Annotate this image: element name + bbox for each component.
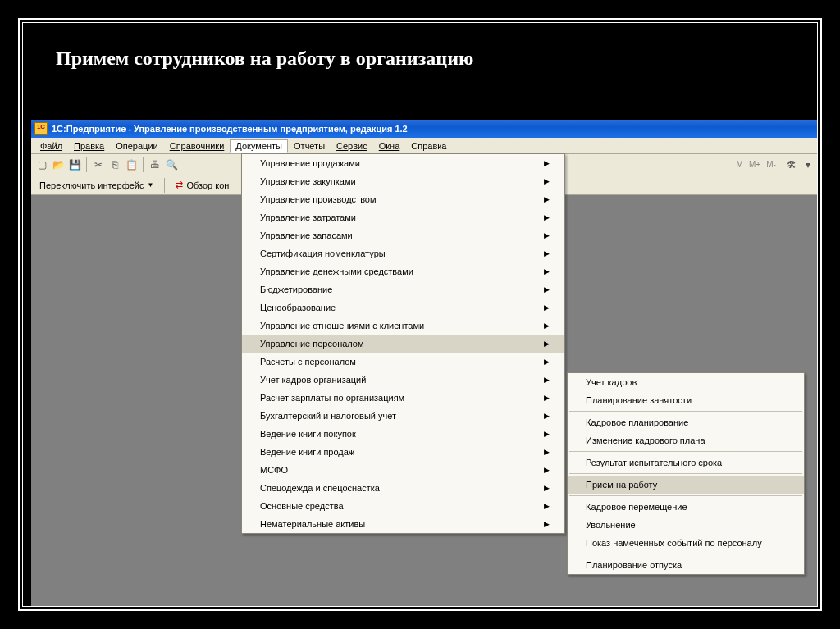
- submenu-item-label: Планирование отпуска: [586, 560, 682, 570]
- menu-reports[interactable]: Отчеты: [288, 139, 331, 153]
- menu-separator: [569, 411, 802, 412]
- overview-label: Обзор кон: [186, 180, 229, 190]
- submenu-arrow-icon: ▶: [544, 448, 550, 456]
- submenu-arrow-icon: ▶: [544, 502, 550, 510]
- menu-windows[interactable]: Окна: [373, 139, 406, 153]
- documents-menu-item[interactable]: Спецодежда и спецоснастка▶: [242, 479, 564, 497]
- personnel-submenu-item[interactable]: Увольнение: [568, 516, 804, 534]
- documents-menu-item[interactable]: Управление затратами▶: [242, 208, 564, 226]
- menu-item-label: Управление отношениями с клиентами: [260, 321, 424, 330]
- menu-item-label: Ценообразование: [260, 303, 336, 312]
- menu-item-label: Управление затратами: [260, 212, 356, 222]
- menu-item-label: Расчет зарплаты по организациям: [260, 393, 404, 403]
- menu-item-label: Нематериальные активы: [260, 519, 365, 529]
- personnel-submenu-item[interactable]: Планирование занятости: [568, 391, 804, 409]
- personnel-submenu-item[interactable]: Кадровое перемещение: [568, 498, 804, 516]
- paste-icon[interactable]: 📋: [124, 157, 139, 172]
- menu-help[interactable]: Справка: [405, 139, 452, 153]
- slide-frame-outer: Примем сотрудников на работу в организац…: [18, 18, 822, 611]
- submenu-arrow-icon: ▶: [544, 177, 550, 185]
- submenu-arrow-icon: ▶: [544, 466, 550, 474]
- documents-menu-item[interactable]: МСФО▶: [242, 461, 564, 479]
- personnel-submenu-item[interactable]: Учет кадров: [568, 373, 804, 391]
- menu-item-label: Управление продажами: [260, 158, 360, 168]
- personnel-submenu-item[interactable]: Результат испытательного срока: [568, 454, 804, 472]
- menu-documents[interactable]: Документы: [230, 139, 288, 153]
- submenu-arrow-icon: ▶: [544, 412, 550, 420]
- documents-menu-item[interactable]: Бюджетирование▶: [242, 280, 564, 299]
- submenu-arrow-icon: ▶: [544, 376, 550, 384]
- preview-icon[interactable]: 🔍: [164, 157, 179, 172]
- personnel-submenu-item[interactable]: Показ намеченных событий по персоналу: [568, 534, 804, 552]
- menu-catalogs[interactable]: Справочники: [164, 139, 231, 153]
- documents-menu-item[interactable]: Управление персоналом▶: [242, 335, 564, 353]
- cut-icon[interactable]: ✂: [91, 157, 106, 172]
- submenu-arrow-icon: ▶: [544, 430, 550, 438]
- documents-menu-item[interactable]: Ценообразование▶: [242, 299, 564, 317]
- print-icon[interactable]: 🖶: [148, 157, 162, 172]
- menu-operations[interactable]: Операции: [110, 139, 163, 153]
- documents-menu-item[interactable]: Бухгалтерский и налоговый учет▶: [242, 407, 564, 425]
- submenu-item-label: Показ намеченных событий по персоналу: [586, 538, 762, 548]
- menu-service[interactable]: Сервис: [331, 139, 373, 153]
- menu-item-label: Расчеты с персоналом: [260, 357, 356, 367]
- documents-menu-item[interactable]: Учет кадров организаций▶: [242, 371, 564, 389]
- personnel-submenu-item[interactable]: Изменение кадрового плана: [568, 431, 804, 449]
- overview-button[interactable]: ⇄ Обзор кон: [171, 178, 234, 192]
- overview-icon: ⇄: [176, 180, 183, 190]
- submenu-arrow-icon: ▶: [544, 394, 550, 402]
- submenu-item-label: Увольнение: [586, 520, 636, 530]
- m-plus-button[interactable]: M+: [749, 160, 760, 169]
- menu-item-label: Ведение книги продаж: [260, 447, 354, 457]
- m-minus-button[interactable]: M-: [766, 160, 776, 169]
- m-button[interactable]: M: [737, 160, 743, 169]
- menu-separator: [569, 473, 802, 474]
- documents-menu-item[interactable]: Сертификация номенклатуры▶: [242, 244, 564, 262]
- copy-icon[interactable]: ⎘: [107, 157, 122, 172]
- menu-item-label: Управление производством: [260, 194, 377, 204]
- documents-menu-item[interactable]: Управление производством▶: [242, 190, 564, 208]
- documents-menu-item[interactable]: Управление отношениями с клиентами▶: [242, 317, 564, 335]
- menu-item-label: Сертификация номенклатуры: [260, 248, 386, 258]
- documents-menu-item[interactable]: Нематериальные активы▶: [242, 515, 564, 533]
- menu-file[interactable]: Файл: [34, 139, 68, 153]
- personnel-submenu-item[interactable]: Кадровое планирование: [568, 413, 804, 431]
- menu-item-label: Управление денежными средствами: [260, 267, 413, 276]
- personnel-submenu: Учет кадровПланирование занятостиКадрово…: [567, 372, 805, 575]
- documents-menu-item[interactable]: Управление продажами▶: [242, 154, 564, 172]
- submenu-arrow-icon: ▶: [544, 303, 550, 312]
- submenu-arrow-icon: ▶: [544, 159, 550, 167]
- documents-menu-item[interactable]: Ведение книги продаж▶: [242, 443, 564, 461]
- slide-frame-inner: Примем сотрудников на работу в организац…: [22, 22, 818, 607]
- save-icon[interactable]: 💾: [67, 157, 82, 172]
- documents-menu-item[interactable]: Расчеты с персоналом▶: [242, 353, 564, 371]
- personnel-submenu-item[interactable]: Планирование отпуска: [568, 556, 804, 574]
- tools-icon[interactable]: 🛠: [784, 157, 799, 172]
- documents-menu-item[interactable]: Расчет зарплаты по организациям▶: [242, 389, 564, 407]
- documents-menu-item[interactable]: Управление закупками▶: [242, 172, 564, 190]
- submenu-arrow-icon: ▶: [544, 358, 550, 366]
- new-icon[interactable]: ▢: [34, 157, 49, 172]
- separator: [164, 178, 165, 193]
- documents-menu-item[interactable]: Управление денежными средствами▶: [242, 262, 564, 280]
- submenu-arrow-icon: ▶: [544, 231, 550, 239]
- menu-item-label: Учет кадров организаций: [260, 375, 366, 385]
- submenu-item-label: Кадровое перемещение: [586, 502, 687, 512]
- dropdown-icon[interactable]: ▾: [801, 157, 815, 172]
- documents-menu-item[interactable]: Ведение книги покупок▶: [242, 425, 564, 443]
- documents-menu-item[interactable]: Основные средства▶: [242, 497, 564, 515]
- title-bar: 1С 1С:Предприятие - Управление производс…: [31, 120, 818, 138]
- menu-item-label: Управление закупками: [260, 176, 356, 186]
- menu-item-label: Бюджетирование: [260, 285, 332, 294]
- personnel-submenu-item[interactable]: Прием на работу: [568, 476, 804, 494]
- submenu-arrow-icon: ▶: [544, 213, 550, 221]
- switch-interface-label: Переключить интерфейс: [39, 180, 144, 190]
- documents-menu-item[interactable]: Управление запасами▶: [242, 226, 564, 244]
- switch-interface-button[interactable]: Переключить интерфейс ▼: [34, 179, 158, 192]
- menu-edit[interactable]: Правка: [68, 139, 110, 153]
- submenu-arrow-icon: ▶: [544, 285, 550, 294]
- slide-title: Примем сотрудников на работу в организац…: [23, 23, 817, 86]
- submenu-item-label: Учет кадров: [586, 377, 637, 387]
- submenu-item-label: Прием на работу: [586, 480, 657, 490]
- open-icon[interactable]: 📂: [51, 157, 66, 172]
